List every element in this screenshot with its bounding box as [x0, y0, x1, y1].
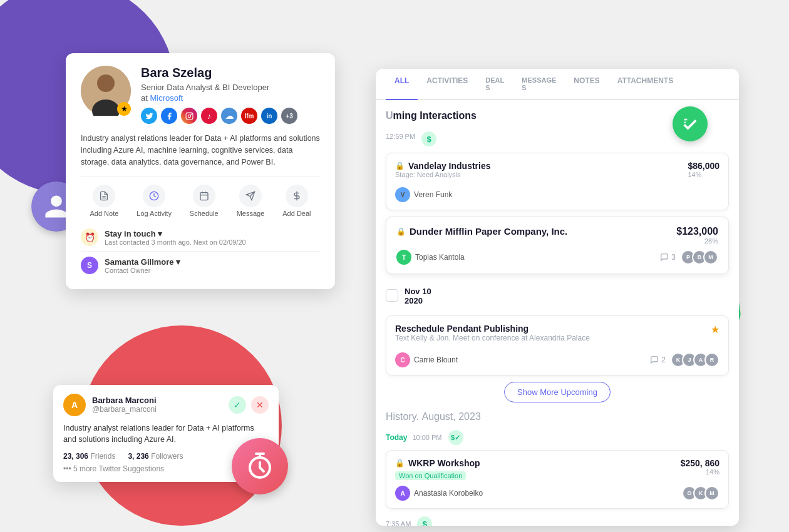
history-time-1: 10:00 PM — [412, 434, 441, 441]
person-avatar-wkrp: A — [395, 486, 410, 501]
person-vandelay: V Veren Funk — [395, 187, 452, 202]
person-avatar-vandelay: V — [395, 187, 410, 202]
av-a4: R — [704, 352, 719, 367]
twitter-icon[interactable] — [141, 108, 157, 124]
twitter-text: Industry analyst relations leader for Da… — [63, 422, 269, 446]
followers-stat: 3, 236 Followers — [128, 452, 183, 461]
stay-touch-sub: Last contacted 3 month ago. Next on 02/0… — [105, 238, 246, 246]
clock-icon — [245, 451, 275, 481]
percent-dunder: 28% — [676, 237, 718, 245]
av-w3: M — [704, 486, 719, 501]
profile-bio: Industry analyst relations leader for Da… — [81, 133, 320, 168]
schedule-button[interactable]: Schedule — [190, 185, 219, 217]
tab-messages[interactable]: MESSAGES — [513, 69, 565, 100]
tab-notes[interactable]: NOTES — [565, 69, 608, 100]
owner-role: Contact Owner — [105, 267, 180, 274]
svg-rect-9 — [200, 193, 208, 200]
star-badge: ★ — [117, 102, 131, 116]
nov-date: Nov 102020 — [405, 287, 431, 305]
comments-dunder: 3 — [660, 253, 676, 262]
twitter-handle: @barbara_marconi — [92, 405, 157, 414]
lock-icon-wkrp: 🔒 — [395, 459, 405, 468]
social-icons: ♪ ☁ lfm in +3 — [141, 108, 297, 124]
lock-icon-dunder: 🔒 — [396, 227, 406, 236]
dollar-check-1: $✓ — [447, 429, 465, 446]
avatar-group-activity: K J A R — [671, 352, 719, 367]
twitter-accept-button[interactable]: ✓ — [229, 396, 246, 414]
company-link[interactable]: Microsoft — [150, 93, 183, 103]
lastfm-icon[interactable]: lfm — [241, 108, 257, 124]
person-avatar-activity: C — [395, 352, 410, 367]
music-icon[interactable]: ♪ — [201, 108, 217, 124]
add-deal-button[interactable]: Add Deal — [282, 185, 311, 217]
deal-card-vandelay: 🔒 Vandelay Industries Stage: Need Analys… — [386, 153, 729, 210]
company-wkrp: 🔒 WKRP Workshop — [395, 458, 480, 468]
deal-card-wkrp: 🔒 WKRP Workshop Won on Qualification $25… — [386, 450, 729, 509]
person-activity: C Carrie Blount — [395, 352, 458, 367]
add-deal-label: Add Deal — [282, 210, 311, 217]
today-label: Today — [386, 433, 407, 442]
avatar-group-wkrp: O K M — [682, 486, 719, 501]
deal-footer-dunder: T Topias Kantola 3 P B M — [396, 250, 718, 265]
amount-vandelay: $86,000 — [688, 161, 719, 171]
svg-rect-4 — [186, 113, 193, 120]
percent-wkrp: 14% — [681, 468, 719, 476]
lock-icon: 🔒 — [395, 161, 405, 170]
stay-in-touch-row: ⏰ Stay in touch ▾ Last contacted 3 month… — [81, 223, 320, 252]
avatar-group-dunder: P B M — [681, 250, 718, 265]
show-more-upcoming-button[interactable]: Show More Upcoming — [504, 382, 611, 402]
company-vandelay: 🔒 Vandelay Industries — [395, 161, 491, 171]
svg-point-2 — [97, 74, 115, 92]
amount-dunder: $123,000 — [676, 226, 718, 237]
add-note-label: Add Note — [90, 210, 118, 217]
facebook-icon[interactable] — [161, 108, 177, 124]
friends-stat: 23, 306 Friends — [63, 452, 115, 461]
check-icon — [681, 115, 699, 133]
twitter-actions: ✓ ✕ — [229, 396, 269, 414]
deal-footer-vandelay: V Veren Funk — [395, 187, 719, 202]
message-label: Message — [237, 210, 265, 217]
timestamp-1: 12:59 PM — [386, 133, 415, 140]
crm-tabs: ALL ACTIVITIES DEALS MESSAGES NOTES ATTA… — [376, 69, 739, 100]
person-wkrp: A Anastasia Korobeiko — [395, 486, 483, 501]
comments-activity: 2 — [650, 356, 666, 364]
instagram-icon[interactable] — [181, 108, 197, 124]
profile-title: Senior Data Analyst & BI Developer — [141, 83, 297, 92]
schedule-label: Schedule — [190, 210, 219, 217]
contact-owner-row: S Samanta Gillmore ▾ Contact Owner — [81, 252, 320, 279]
log-activity-label: Log Activity — [137, 210, 172, 217]
stage-vandelay: Stage: Need Analysis — [395, 171, 491, 178]
dollar-icon-1: $ — [420, 130, 438, 148]
more-social-icon[interactable]: +3 — [281, 108, 297, 124]
activity-card: Reschedule Pendant Publishing Text Kelly… — [386, 315, 729, 376]
tab-deals[interactable]: DEALS — [477, 69, 513, 100]
amount-wkrp: $250, 860 — [681, 458, 719, 468]
cloud-icon[interactable]: ☁ — [221, 108, 237, 124]
percent-vandelay: 14% — [688, 171, 719, 178]
twitter-reject-button[interactable]: ✕ — [251, 396, 269, 414]
checkbox-nov[interactable] — [386, 289, 398, 302]
avatar-3: M — [703, 250, 718, 265]
twitter-header: A Barbara Marconi @barbara_marconi ✓ ✕ — [63, 394, 269, 416]
tab-activities[interactable]: ACTIVITIES — [418, 69, 477, 100]
log-activity-button[interactable]: Log Activity — [137, 185, 172, 217]
linkedin-icon[interactable]: in — [261, 108, 277, 124]
owner-avatar: S — [81, 257, 98, 274]
tab-all[interactable]: ALL — [386, 69, 418, 100]
won-badge: Won on Qualification — [395, 471, 466, 480]
timer-bubble — [232, 438, 288, 494]
green-check-button[interactable] — [673, 106, 708, 141]
history-section: History. August, 2023 Today 10:00 PM $✓ … — [386, 411, 729, 526]
twitter-avatar: A — [63, 394, 86, 416]
add-note-button[interactable]: Add Note — [90, 185, 118, 217]
history-time-2: 7:35 AM — [386, 520, 411, 526]
more-suggestions-link[interactable]: 5 more Twitter Suggestions — [73, 464, 164, 473]
deal-card-dunder: 🔒 Dunder Mifflin Paper Company, Inc. $12… — [386, 217, 729, 274]
person-avatar-dunder: T — [396, 250, 411, 265]
profile-card: ★ Bara Szelag Senior Data Analyst & BI D… — [66, 53, 335, 289]
tab-attachments[interactable]: ATTACHMENTS — [609, 69, 683, 100]
message-button[interactable]: Message — [237, 185, 265, 217]
stay-touch-label[interactable]: Stay in touch ▾ — [105, 229, 246, 238]
owner-name[interactable]: Samanta Gillmore ▾ — [105, 257, 180, 267]
person-dunder: T Topias Kantola — [396, 250, 465, 265]
